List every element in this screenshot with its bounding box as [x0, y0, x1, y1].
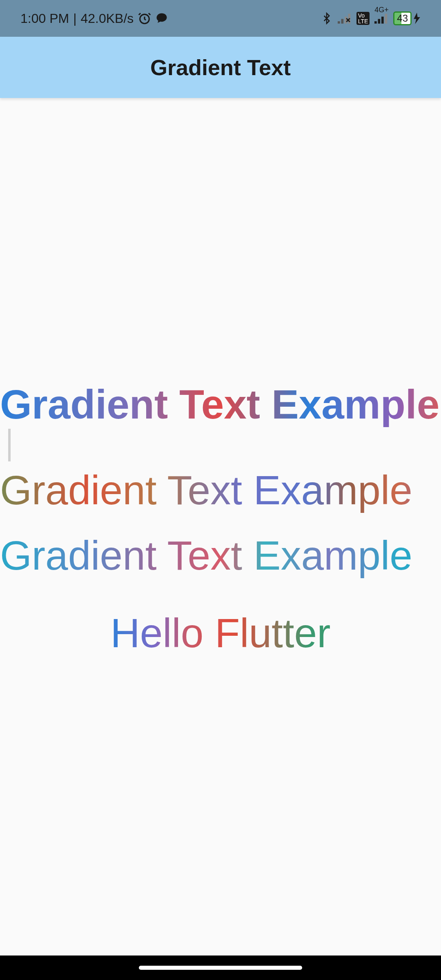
signal-1-icon [338, 13, 352, 24]
battery-indicator: 43 [393, 11, 421, 25]
home-indicator[interactable] [139, 966, 302, 970]
svg-rect-6 [378, 19, 381, 23]
signal-2-icon: 4G+ [374, 13, 388, 24]
app-bar-title: Gradient Text [150, 55, 291, 80]
gradient-text-4: Hello Flutter [110, 608, 330, 657]
svg-rect-8 [385, 14, 388, 24]
gradient-text-1: Gradient Text Example [0, 380, 441, 429]
navigation-bar[interactable] [0, 956, 441, 980]
svg-rect-3 [345, 17, 347, 24]
bluetooth-icon [321, 12, 333, 24]
status-right: VoLTE 4G+ 43 [321, 11, 421, 25]
alarm-icon [138, 11, 151, 25]
svg-rect-1 [338, 21, 340, 24]
network-type: 4G+ [374, 6, 389, 14]
status-time: 1:00 PM [20, 11, 69, 26]
app-bar: Gradient Text [0, 37, 441, 98]
volte-icon: VoLTE [356, 12, 370, 25]
status-bar: 1:00 PM | 42.0KB/s [0, 0, 441, 37]
chat-icon [156, 12, 168, 24]
gradient-text-3: Gradient Text Example [0, 531, 441, 580]
svg-rect-2 [341, 19, 343, 23]
gradient-text-2: Gradient Text Example [0, 466, 441, 514]
status-divider: | [73, 11, 76, 26]
divider-stub [8, 429, 11, 461]
gradient-text-4-wrap: Hello Flutter [0, 608, 441, 674]
svg-rect-7 [381, 17, 384, 24]
content-area: Gradient Text Example Gradient Text Exam… [0, 98, 441, 956]
status-speed: 42.0KB/s [80, 11, 134, 26]
svg-rect-5 [374, 21, 377, 24]
charging-icon [413, 13, 421, 24]
battery-percent: 43 [393, 11, 412, 25]
status-left: 1:00 PM | 42.0KB/s [20, 11, 168, 26]
